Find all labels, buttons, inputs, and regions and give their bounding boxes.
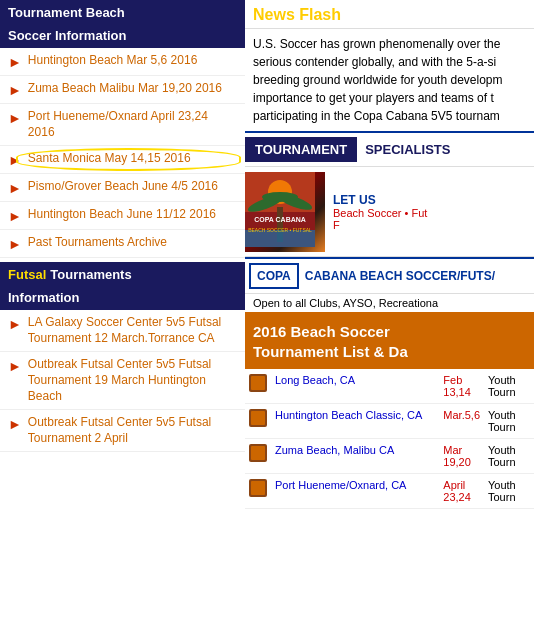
list-item: ► Port Hueneme/Oxnard April 23,24 2016: [0, 104, 245, 146]
tournament-label: Tournament Beach: [8, 5, 125, 20]
sidebar-header: Tournament Beach: [0, 0, 245, 25]
news-flash-text: U.S. Soccer has grown phenomenally over …: [245, 29, 534, 133]
sidebar: Tournament Beach Soccer Information ► Hu…: [0, 0, 245, 509]
location-cell: Long Beach, CA: [271, 369, 439, 404]
futsal-subheader: Information: [0, 287, 245, 310]
futsal-header: Futsal Tournaments: [0, 262, 245, 287]
location-link[interactable]: Port Hueneme/Oxnard, CA: [275, 479, 406, 491]
date-cell: April 23,24: [439, 474, 484, 509]
copa-beach-soccer: Beach Soccer • Fut: [333, 207, 427, 219]
tournaments-label: Tournaments: [50, 267, 131, 282]
futsal-link-3[interactable]: Outbreak Futsal Center 5v5 Futsal Tourna…: [28, 415, 237, 446]
futsal-label: Futsal: [8, 267, 46, 282]
specialists-label: SPECIALISTS: [359, 137, 456, 162]
list-item: ► Pismo/Grover Beach June 4/5 2016: [0, 174, 245, 202]
row-icon: [249, 479, 267, 497]
futsal-items: ► LA Galaxy Soccer Center 5v5 Futsal Tou…: [0, 310, 245, 452]
location-link[interactable]: Long Beach, CA: [275, 374, 355, 386]
bullet-icon: ►: [8, 236, 22, 252]
sidebar-subheader: Soccer Information: [0, 25, 245, 48]
copa-bar: COPA CABANA BEACH SOCCER/FUTS/: [245, 257, 534, 294]
svg-text:COPA CABANA: COPA CABANA: [254, 216, 306, 223]
right-panel: News Flash U.S. Soccer has grown phenome…: [245, 0, 534, 509]
date-cell: Mar.5,6: [439, 404, 484, 439]
row-icon: [249, 409, 267, 427]
list-item: ► LA Galaxy Soccer Center 5v5 Futsal Tou…: [0, 310, 245, 352]
location-link[interactable]: Zuma Beach, Malibu CA: [275, 444, 394, 456]
bullet-icon: ►: [8, 208, 22, 224]
table-row: Port Hueneme/Oxnard, CAApril 23,24Youth …: [245, 474, 534, 509]
list-item: ► Huntington Beach Mar 5,6 2016: [0, 48, 245, 76]
copa-futsal: F: [333, 219, 427, 231]
category-cell: Youth Tourn: [484, 369, 534, 404]
table-row: Zuma Beach, Malibu CAMar 19,20Youth Tour…: [245, 439, 534, 474]
date-cell: Feb 13,14: [439, 369, 484, 404]
location-cell: Huntington Beach Classic, CA: [271, 404, 439, 439]
tournament-link-santa-monica[interactable]: Santa Monica May 14,15 2016: [28, 151, 191, 167]
copa-tag: COPA: [249, 263, 299, 289]
list-item-santa-monica: ► Santa Monica May 14,15 2016: [0, 146, 245, 174]
list-item: ► Huntington Beach June 11/12 2016: [0, 202, 245, 230]
list-item-past: ► Past Tournaments Archive: [0, 230, 245, 258]
bullet-icon: ►: [8, 316, 22, 332]
futsal-link-1[interactable]: LA Galaxy Soccer Center 5v5 Futsal Tourn…: [28, 315, 237, 346]
list-item: ► Outbreak Futsal Center 5v5 Futsal Tour…: [0, 352, 245, 410]
category-cell: Youth Tourn: [484, 439, 534, 474]
svg-text:BEACH SOCCER • FUTSAL: BEACH SOCCER • FUTSAL: [248, 227, 312, 233]
list-item: ► Zuma Beach Malibu Mar 19,20 2016: [0, 76, 245, 104]
bullet-icon: ►: [8, 180, 22, 196]
sidebar-tournament-items: ► Huntington Beach Mar 5,6 2016 ► Zuma B…: [0, 48, 245, 258]
futsal-link-2[interactable]: Outbreak Futsal Center 5v5 Futsal Tourna…: [28, 357, 237, 404]
past-tournaments-link[interactable]: Past Tournaments Archive: [28, 235, 167, 251]
tournament-tab[interactable]: TOURNAMENT: [245, 137, 357, 162]
list-item: ► Outbreak Futsal Center 5v5 Futsal Tour…: [0, 410, 245, 452]
row-icon: [249, 374, 267, 392]
tournament-link-hb2[interactable]: Huntington Beach June 11/12 2016: [28, 207, 216, 223]
copa-banner: COPA CABANA BEACH SOCCER • FUTSAL LET US…: [245, 167, 534, 257]
location-cell: Port Hueneme/Oxnard, CA: [271, 474, 439, 509]
news-flash-title: News Flash: [245, 0, 534, 29]
location-link[interactable]: Huntington Beach Classic, CA: [275, 409, 422, 421]
svg-point-6: [262, 192, 298, 202]
category-cell: Youth Tourn: [484, 404, 534, 439]
copa-info: LET US Beach Soccer • Fut F: [325, 187, 435, 237]
bullet-icon: ►: [8, 416, 22, 432]
location-cell: Zuma Beach, Malibu CA: [271, 439, 439, 474]
tournament-link-zuma[interactable]: Zuma Beach Malibu Mar 19,20 2016: [28, 81, 222, 97]
tournament-link-hb1[interactable]: Huntington Beach Mar 5,6 2016: [28, 53, 197, 69]
soccer-info-label: Soccer Information: [8, 28, 126, 43]
tournament-list-header: 2016 Beach Soccer Tournament List & Da: [245, 314, 534, 369]
futsal-info-label: Information: [8, 290, 80, 305]
tournament-link-pismo[interactable]: Pismo/Grover Beach June 4/5 2016: [28, 179, 218, 195]
copa-logo: COPA CABANA BEACH SOCCER • FUTSAL: [245, 172, 325, 252]
bullet-icon: ►: [8, 358, 22, 374]
open-to-text: Open to all Clubs, AYSO, Recreationa: [245, 294, 534, 314]
tournament-link-port[interactable]: Port Hueneme/Oxnard April 23,24 2016: [28, 109, 237, 140]
bullet-icon: ►: [8, 82, 22, 98]
date-cell: Mar 19,20: [439, 439, 484, 474]
copa-let-us: LET US: [333, 193, 427, 207]
bullet-icon: ►: [8, 54, 22, 70]
table-row: Long Beach, CAFeb 13,14Youth Tourn: [245, 369, 534, 404]
table-row: Huntington Beach Classic, CAMar.5,6Youth…: [245, 404, 534, 439]
bullet-icon: ►: [8, 152, 22, 168]
bullet-icon: ►: [8, 110, 22, 126]
copa-cabana-text: CABANA BEACH SOCCER/FUTS/: [299, 265, 501, 287]
tournament-table: Long Beach, CAFeb 13,14Youth TournHuntin…: [245, 369, 534, 509]
category-cell: Youth Tourn: [484, 474, 534, 509]
specialists-header: TOURNAMENT SPECIALISTS: [245, 133, 534, 167]
row-icon: [249, 444, 267, 462]
